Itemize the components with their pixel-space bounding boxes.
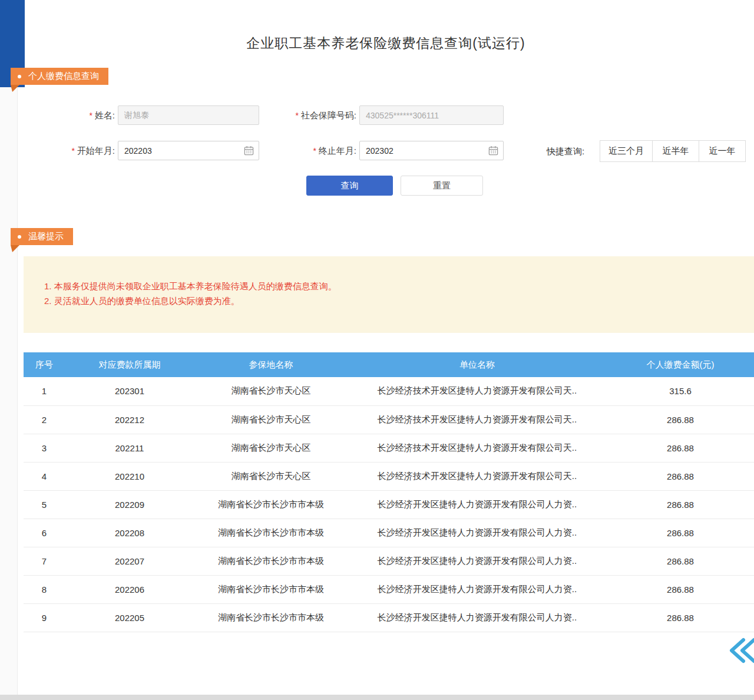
cell-index: 7 xyxy=(24,547,65,575)
cell-org: 长沙经济开发区捷特人力资源开发有限公司人力资.. xyxy=(348,603,607,632)
cell-period: 202207 xyxy=(65,547,194,575)
table-row: 7 202207 湖南省长沙市长沙市市本级 长沙经济开发区捷特人力资源开发有限公… xyxy=(24,547,754,575)
required-asterisk: * xyxy=(71,146,74,156)
cell-period: 202210 xyxy=(65,462,194,490)
cell-amount: 286.88 xyxy=(607,462,754,490)
quick-query-group: 近三个月 近半年 近一年 xyxy=(600,140,746,162)
cell-org: 长沙经济开发区捷特人力资源开发有限公司人力资.. xyxy=(348,547,607,575)
query-button[interactable]: 查询 xyxy=(306,176,393,196)
calendar-icon[interactable] xyxy=(244,146,254,156)
name-label: *姓名: xyxy=(53,105,115,125)
cell-index: 5 xyxy=(24,490,65,519)
cell-index: 9 xyxy=(24,603,65,632)
table-row: 4 202210 湖南省长沙市天心区 长沙经济技术开发区捷特人力资源开发有限公司… xyxy=(24,462,754,490)
payment-records-table: 序号 对应费款所属期 参保地名称 单位名称 个人缴费金额(元) 1 202301… xyxy=(24,352,754,632)
required-asterisk: * xyxy=(89,111,92,120)
start-month-label: *开始年月: xyxy=(35,141,115,160)
cell-amount: 286.88 xyxy=(607,405,754,434)
cell-period: 202212 xyxy=(65,405,194,434)
chevron-double-left-icon[interactable] xyxy=(726,636,754,665)
page-title: 企业职工基本养老保险缴费信息查询(试运行) xyxy=(18,34,754,52)
cell-period: 202206 xyxy=(65,575,194,603)
cell-amount: 286.88 xyxy=(607,490,754,519)
cell-place: 湖南省长沙市长沙市市本级 xyxy=(194,603,348,632)
quick-btn-last-half-year[interactable]: 近半年 xyxy=(652,140,699,162)
cell-org: 长沙经济开发区捷特人力资源开发有限公司人力资.. xyxy=(348,490,607,519)
end-month-label: *终止年月: xyxy=(277,141,356,160)
cell-place: 湖南省长沙市天心区 xyxy=(194,462,348,490)
cell-place: 湖南省长沙市长沙市市本级 xyxy=(194,575,348,603)
section-badge-personal-payment-query: 个人缴费信息查询 xyxy=(11,68,108,85)
cell-index: 3 xyxy=(24,434,65,462)
end-month-field[interactable] xyxy=(359,141,504,160)
cell-org: 长沙经济技术开发区捷特人力资源开发有限公司天.. xyxy=(348,462,607,490)
notice-box: 1. 本服务仅提供尚未领取企业职工基本养老保险待遇人员的缴费信息查询。 2. 灵… xyxy=(24,256,754,333)
reset-button[interactable]: 重置 xyxy=(401,176,483,196)
cell-org: 长沙经济技术开发区捷特人力资源开发有限公司天.. xyxy=(348,405,607,434)
bullet-icon xyxy=(18,235,21,239)
cell-org: 长沙经济技术开发区捷特人力资源开发有限公司天.. xyxy=(348,377,607,405)
cell-place: 湖南省长沙市长沙市市本级 xyxy=(194,519,348,547)
cell-period: 202301 xyxy=(65,377,194,405)
section-badge-label: 温馨提示 xyxy=(28,231,64,242)
cell-amount: 286.88 xyxy=(607,434,754,462)
bottom-edge-bar xyxy=(0,695,754,700)
header-amount: 个人缴费金额(元) xyxy=(607,352,754,377)
table-row: 5 202209 湖南省长沙市长沙市市本级 长沙经济开发区捷特人力资源开发有限公… xyxy=(24,490,754,519)
cell-place: 湖南省长沙市天心区 xyxy=(194,377,348,405)
cell-index: 1 xyxy=(24,377,65,405)
notice-line: 1. 本服务仅提供尚未领取企业职工基本养老保险待遇人员的缴费信息查询。 xyxy=(44,279,742,293)
calendar-icon[interactable] xyxy=(488,146,498,156)
cell-period: 202211 xyxy=(65,434,194,462)
table-row: 1 202301 湖南省长沙市天心区 长沙经济技术开发区捷特人力资源开发有限公司… xyxy=(24,377,754,405)
cell-place: 湖南省长沙市长沙市市本级 xyxy=(194,547,348,575)
ssn-input[interactable] xyxy=(359,105,504,125)
table-row: 6 202208 湖南省长沙市长沙市市本级 长沙经济开发区捷特人力资源开发有限公… xyxy=(24,519,754,547)
start-month-input[interactable] xyxy=(124,146,244,156)
cell-index: 6 xyxy=(24,519,65,547)
name-input[interactable] xyxy=(118,105,259,125)
table-header-row: 序号 对应费款所属期 参保地名称 单位名称 个人缴费金额(元) xyxy=(24,352,754,377)
table-row: 2 202212 湖南省长沙市天心区 长沙经济技术开发区捷特人力资源开发有限公司… xyxy=(24,405,754,434)
cell-place: 湖南省长沙市天心区 xyxy=(194,405,348,434)
cell-period: 202209 xyxy=(65,490,194,519)
cell-org: 长沙经济开发区捷特人力资源开发有限公司人力资.. xyxy=(348,575,607,603)
cell-amount: 286.88 xyxy=(607,575,754,603)
header-place: 参保地名称 xyxy=(194,352,348,377)
left-rail xyxy=(0,0,18,700)
cell-place: 湖南省长沙市天心区 xyxy=(194,434,348,462)
bullet-icon xyxy=(18,75,21,78)
quick-btn-last-3-months[interactable]: 近三个月 xyxy=(600,140,653,162)
cell-place: 湖南省长沙市长沙市市本级 xyxy=(194,490,348,519)
section-badge-tips: 温馨提示 xyxy=(11,228,73,245)
cell-org: 长沙经济技术开发区捷特人力资源开发有限公司天.. xyxy=(348,434,607,462)
table-row: 3 202211 湖南省长沙市天心区 长沙经济技术开发区捷特人力资源开发有限公司… xyxy=(24,434,754,462)
required-asterisk: * xyxy=(313,146,316,156)
notice-line: 2. 灵活就业人员的缴费单位信息以实际缴费为准。 xyxy=(44,293,742,308)
header-org: 单位名称 xyxy=(348,352,607,377)
table-row: 9 202205 湖南省长沙市长沙市市本级 长沙经济开发区捷特人力资源开发有限公… xyxy=(24,603,754,632)
cell-amount: 315.6 xyxy=(607,377,754,405)
cell-org: 长沙经济开发区捷特人力资源开发有限公司人力资.. xyxy=(348,519,607,547)
header-index: 序号 xyxy=(24,352,65,377)
cell-amount: 286.88 xyxy=(607,519,754,547)
end-month-input[interactable] xyxy=(366,146,488,156)
cell-amount: 286.88 xyxy=(607,547,754,575)
table-row: 8 202206 湖南省长沙市长沙市市本级 长沙经济开发区捷特人力资源开发有限公… xyxy=(24,575,754,603)
ssn-label: *社会保障号码: xyxy=(259,105,356,125)
cell-index: 2 xyxy=(24,405,65,434)
quick-btn-last-year[interactable]: 近一年 xyxy=(699,140,746,162)
cell-amount: 286.88 xyxy=(607,603,754,632)
cell-index: 8 xyxy=(24,575,65,603)
required-asterisk: * xyxy=(295,111,298,120)
start-month-field[interactable] xyxy=(118,141,259,160)
quick-query-label: 快捷查询: xyxy=(547,141,584,161)
section-badge-label: 个人缴费信息查询 xyxy=(28,71,99,82)
cell-period: 202208 xyxy=(65,519,194,547)
cell-index: 4 xyxy=(24,462,65,490)
cell-period: 202205 xyxy=(65,603,194,632)
header-period: 对应费款所属期 xyxy=(65,352,194,377)
